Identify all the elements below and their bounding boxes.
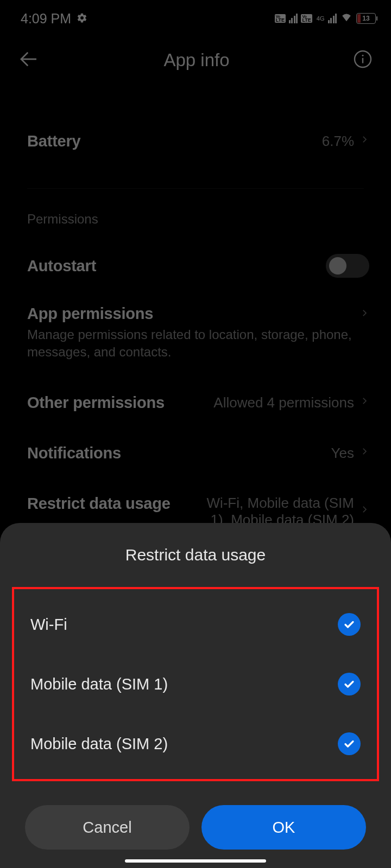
page-header: App info	[0, 37, 391, 89]
notifications-value: Yes	[331, 445, 354, 462]
battery-percent: 13	[362, 15, 369, 22]
chevron-right-icon	[360, 132, 369, 150]
other-permissions-value: Allowed 4 permissions	[213, 394, 354, 411]
signal-icon-1	[289, 14, 298, 23]
network-label: 4G	[317, 15, 325, 22]
option-sim1[interactable]: Mobile data (SIM 1)	[14, 654, 377, 714]
option-label: Wi-Fi	[30, 616, 67, 634]
info-button[interactable]	[353, 49, 373, 71]
highlight-box: Wi-Fi Mobile data (SIM 1) Mobile data (S…	[12, 587, 379, 781]
battery-body: 13	[356, 13, 376, 24]
check-icon	[338, 673, 361, 695]
volte-badge-1: VoLTE	[275, 14, 286, 23]
autostart-toggle[interactable]	[326, 254, 369, 278]
row-label: Autostart	[27, 257, 96, 275]
toggle-knob	[329, 257, 346, 275]
battery-value: 6.7%	[322, 133, 354, 150]
row-label: Notifications	[27, 444, 121, 462]
chevron-right-icon	[360, 394, 369, 412]
row-app-permissions[interactable]: App permissions Manage permissions relat…	[0, 289, 391, 372]
status-time: 4:09 PM	[21, 11, 71, 27]
dialog-title: Restrict data usage	[0, 523, 391, 587]
row-value: 6.7%	[322, 132, 369, 150]
option-label: Mobile data (SIM 2)	[30, 735, 168, 753]
row-subtext: Manage permissions related to location, …	[27, 326, 369, 361]
ok-label: OK	[273, 819, 295, 837]
svg-point-2	[362, 55, 364, 56]
row-value: Allowed 4 permissions	[213, 394, 369, 412]
status-bar: 4:09 PM VoLTE VoLTE 4G 13	[0, 0, 391, 37]
background-page: 4:09 PM VoLTE VoLTE 4G 13	[0, 0, 391, 539]
row-label: Other permissions	[27, 394, 165, 412]
battery-fill	[357, 14, 361, 23]
row-label: Battery	[27, 132, 81, 150]
status-right: VoLTE VoLTE 4G 13	[275, 11, 376, 25]
check-icon	[338, 613, 361, 636]
gear-icon	[77, 11, 87, 27]
cancel-label: Cancel	[83, 819, 131, 837]
cancel-button[interactable]: Cancel	[25, 805, 190, 850]
row-label: Restrict data usage	[27, 495, 171, 513]
row-value: Yes	[331, 444, 369, 462]
back-button[interactable]	[17, 48, 40, 73]
page-title: App info	[163, 50, 229, 71]
battery-icon: 13	[356, 13, 376, 24]
chevron-right-icon	[360, 502, 369, 520]
option-sim2[interactable]: Mobile data (SIM 2)	[14, 714, 377, 774]
check-icon	[338, 732, 361, 755]
settings-content: Battery 6.7% Permissions Autostart App p…	[0, 89, 391, 539]
status-left: 4:09 PM	[21, 11, 87, 27]
option-label: Mobile data (SIM 1)	[30, 675, 168, 693]
option-wifi[interactable]: Wi-Fi	[14, 595, 377, 654]
row-label: App permissions	[27, 305, 153, 323]
section-header-permissions: Permissions	[0, 189, 391, 243]
chevron-right-icon	[360, 306, 369, 322]
row-battery[interactable]: Battery 6.7%	[0, 122, 391, 161]
wifi-icon	[340, 11, 353, 25]
chevron-right-icon	[360, 444, 369, 462]
row-autostart[interactable]: Autostart	[0, 243, 391, 289]
ok-button[interactable]: OK	[201, 805, 366, 850]
signal-icon-2	[328, 14, 337, 23]
restrict-data-dialog: Restrict data usage Wi-Fi Mobile data (S…	[0, 523, 391, 868]
volte-badge-2: VoLTE	[301, 14, 312, 23]
row-other-permissions[interactable]: Other permissions Allowed 4 permissions	[0, 372, 391, 423]
dialog-actions: Cancel OK	[0, 781, 391, 850]
row-notifications[interactable]: Notifications Yes	[0, 423, 391, 473]
home-indicator[interactable]	[125, 859, 266, 863]
